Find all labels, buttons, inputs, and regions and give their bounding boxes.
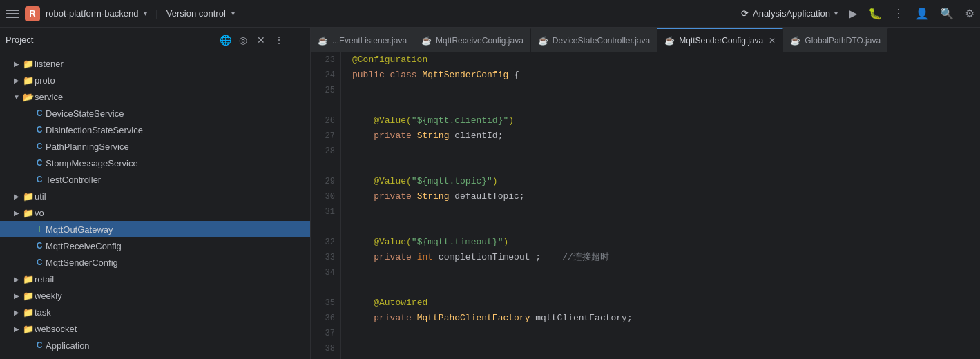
tree-item-MqttReceiveConfig[interactable]: C MqttReceiveConfig <box>0 237 310 254</box>
class-icon-DeviceStateService: C <box>33 108 46 118</box>
line-num-24: 24 <box>311 68 335 83</box>
hamburger-menu-icon[interactable] <box>6 7 19 21</box>
class-icon-TestController: C <box>33 175 46 184</box>
tree-item-retail[interactable]: ▶ 📁 retail <box>0 271 310 287</box>
folder-icon-proto: 📁 <box>22 75 35 86</box>
line-num-27: 27 <box>311 128 335 144</box>
project-name[interactable]: robot-platform-backend <box>46 8 138 19</box>
run-config-name: AnalysisApplication <box>753 8 830 19</box>
tree-label-Application: Application <box>46 340 90 351</box>
tree-label-proto: proto <box>35 75 55 86</box>
code-line-33: private int completionTimeout ; //连接超时 <box>352 250 980 265</box>
str-clientid: "${mqtt.clientid}" <box>412 113 508 128</box>
var-clientId: clientId; <box>454 128 503 144</box>
run-button[interactable]: ▶ <box>849 7 857 20</box>
titlebar: R robot-platform-backend ▾ | Version con… <box>0 0 980 28</box>
file-icon-MqttSenderConfig: ☕ <box>664 36 675 46</box>
code-line-30: private String defaultTopic; <box>352 189 980 204</box>
code-editor[interactable]: 23 24 25 26 27 28 29 30 31 32 33 34 35 3… <box>311 52 980 359</box>
code-line-29: @Value("${mqtt.topic}") <box>352 174 980 189</box>
tree-item-DeviceStateService[interactable]: C DeviceStateService <box>0 105 310 122</box>
line-num-gap3 <box>311 220 335 235</box>
annotation-close-2: ) <box>492 174 498 189</box>
kw-private-2: private <box>374 189 416 204</box>
tree-item-vo[interactable]: ▶ 📁 vo <box>0 204 310 221</box>
sidebar-more-icon[interactable]: ⋮ <box>271 32 287 48</box>
tree-label-listener: listener <box>35 59 64 69</box>
var-completionTimeout: completionTimeout ; <box>439 250 541 265</box>
line-num-gap2 <box>311 159 335 174</box>
project-dropdown-arrow[interactable]: ▾ <box>144 10 147 17</box>
folder-open-icon-service: 📂 <box>22 92 35 102</box>
settings-icon[interactable]: ⚙ <box>965 7 974 20</box>
line-num-38: 38 <box>311 341 335 356</box>
tree-arrow-util: ▶ <box>11 193 22 200</box>
code-line-31 <box>352 204 980 220</box>
annotation-value-1: @Value( <box>374 113 412 128</box>
tree-item-TestController[interactable]: C TestController <box>0 171 310 188</box>
line-num-gap4 <box>311 280 335 295</box>
version-control-dropdown-arrow[interactable]: ▾ <box>231 10 235 17</box>
tree-label-retail: retail <box>35 274 54 284</box>
tree-item-util[interactable]: ▶ 📁 util <box>0 188 310 204</box>
tree-item-proto[interactable]: ▶ 📁 proto <box>0 72 310 88</box>
run-config-icon: ⟳ <box>741 8 749 19</box>
sidebar-globe-icon[interactable]: 🌐 <box>218 32 233 48</box>
tree-arrow-retail: ▶ <box>11 275 22 283</box>
line-num-25: 25 <box>311 83 335 98</box>
version-control-label[interactable]: Version control <box>166 8 226 19</box>
tree-item-Application[interactable]: C Application <box>0 337 310 353</box>
editor-tabs: ☕ ...EventListener.java ☕ MqttReceiveCon… <box>311 28 980 52</box>
code-line-gap4 <box>352 280 980 295</box>
file-tree: ▶ 📁 listener ▶ 📁 proto ▼ 📂 service <box>0 52 310 359</box>
cls-MqttSenderConfig: MqttSenderConfig <box>422 68 514 83</box>
annotation-close-3: ) <box>503 235 508 250</box>
titlebar-left: R robot-platform-backend ▾ | Version con… <box>6 6 235 21</box>
sidebar-collapse-icon[interactable]: ✕ <box>253 32 269 48</box>
tab-EventListener[interactable]: ☕ ...EventListener.java <box>311 28 414 52</box>
kw-private-4: private <box>374 311 416 326</box>
run-config[interactable]: ⟳ AnalysisApplication ▾ <box>741 8 838 19</box>
tree-item-MqttSenderConfig[interactable]: C MqttSenderConfig <box>0 254 310 271</box>
tab-GlobalPathDTO[interactable]: ☕ GlobalPathDTO.java <box>783 28 888 52</box>
search-icon[interactable]: 🔍 <box>940 7 954 20</box>
tree-label-MqttReceiveConfig: MqttReceiveConfig <box>46 241 122 251</box>
sidebar-hide-icon[interactable]: — <box>289 32 305 48</box>
indent-35 <box>352 295 374 311</box>
tree-label-util: util <box>35 191 46 202</box>
tree-item-service[interactable]: ▼ 📂 service <box>0 88 310 105</box>
indent-36 <box>352 311 374 326</box>
run-config-dropdown-arrow[interactable]: ▾ <box>834 10 838 17</box>
tree-item-task[interactable]: ▶ 📁 task <box>0 304 310 320</box>
tree-label-TestController: TestController <box>46 175 101 185</box>
tree-item-websocket[interactable]: ▶ 📁 websocket <box>0 320 310 337</box>
tree-arrow-weekly: ▶ <box>11 292 22 300</box>
tree-label-websocket: websocket <box>35 324 77 334</box>
tree-item-StompMessageService[interactable]: C StompMessageService <box>0 155 310 171</box>
folder-icon-vo: 📁 <box>22 208 35 218</box>
tree-item-DisinfectionStateService[interactable]: C DisinfectionStateService <box>0 122 310 138</box>
line-num-34: 34 <box>311 265 335 280</box>
user-icon[interactable]: 👤 <box>915 7 929 20</box>
tab-close-MqttSenderConfig[interactable]: ✕ <box>769 36 776 46</box>
tree-item-weekly[interactable]: ▶ 📁 weekly <box>0 287 310 304</box>
tree-item-MqttOutGateway[interactable]: I MqttOutGateway <box>0 221 310 237</box>
spaces-33 <box>541 250 562 265</box>
tree-arrow-vo: ▶ <box>11 209 22 217</box>
code-line-37 <box>352 326 980 341</box>
tab-DeviceStateController[interactable]: ☕ DeviceStateController.java <box>531 28 657 52</box>
more-options-icon[interactable]: ⋮ <box>893 7 904 20</box>
sidebar-locate-icon[interactable]: ◎ <box>236 32 251 48</box>
tab-MqttSenderConfig[interactable]: ☕ MqttSenderConfig.java ✕ <box>657 28 783 52</box>
annotation-value-3: @Value( <box>374 235 412 250</box>
tab-MqttReceiveConfig[interactable]: ☕ MqttReceiveConfig.java <box>414 28 531 52</box>
type-String-2: String <box>417 189 455 204</box>
tree-item-PathPlanningService[interactable]: C PathPlanningService <box>0 138 310 155</box>
sidebar-title: Project <box>6 35 33 45</box>
line-num-28: 28 <box>311 144 335 159</box>
kw-private-3: private <box>374 250 416 265</box>
debug-button[interactable]: 🐛 <box>868 7 882 20</box>
tree-item-listener[interactable]: ▶ 📁 listener <box>0 55 310 72</box>
code-line-32: @Value("${mqtt.timeout}") <box>352 235 980 250</box>
code-line-gap2 <box>352 159 980 174</box>
